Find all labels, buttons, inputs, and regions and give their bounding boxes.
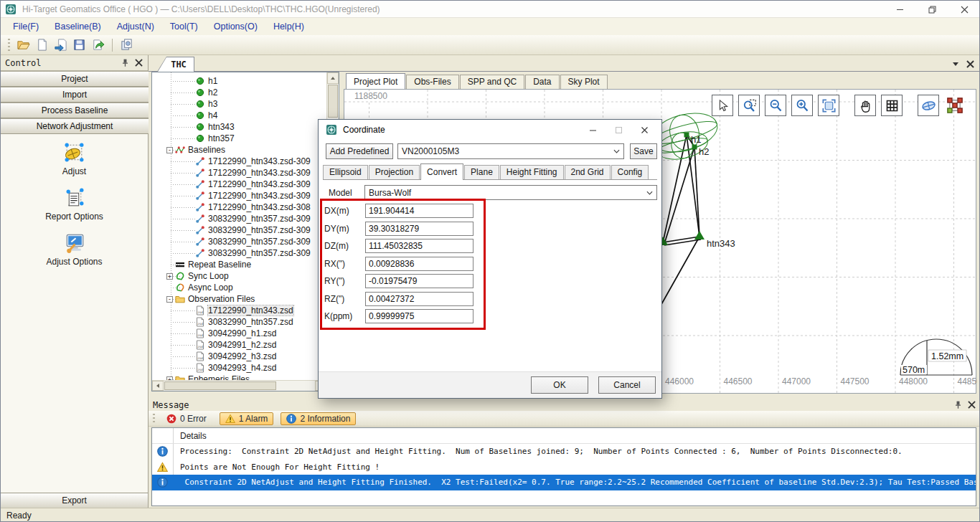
tree-item[interactable]: zsd 30942993_h4.zsd xyxy=(152,362,326,374)
tree-item[interactable]: Async Loop xyxy=(152,282,326,293)
control-section-button[interactable]: Process Baseline xyxy=(1,103,149,118)
plot-tab[interactable]: Obs-Files xyxy=(406,75,458,89)
parameter-input[interactable] xyxy=(365,222,473,236)
menu-item[interactable]: Tool(T) xyxy=(162,18,206,35)
tree-item[interactable]: zsd 17122990_htn343.zsd xyxy=(152,305,326,316)
dialog-tab[interactable]: 2nd Grid xyxy=(565,165,611,179)
toolbar-button[interactable] xyxy=(33,37,50,54)
dialog-tab[interactable]: Plane xyxy=(464,165,499,179)
message-filter-toggle[interactable]: 1 Alarm xyxy=(220,412,274,425)
plot-tool-button[interactable] xyxy=(918,95,939,116)
dialog-tab[interactable]: Convert xyxy=(420,163,463,180)
export-section-button[interactable]: Export xyxy=(1,493,148,508)
message-row[interactable]: Processing: Constraint 2D NetAdjust and … xyxy=(152,444,976,460)
message-row[interactable]: Constraint 2D NetAdjust and Height Fitti… xyxy=(152,475,976,490)
close-icon[interactable] xyxy=(967,400,976,409)
plot-tool-button[interactable] xyxy=(765,95,786,116)
tree-item[interactable]: 17122990_htn343.zsd-309 xyxy=(152,190,326,201)
restore-button[interactable] xyxy=(916,1,948,18)
tree-expander[interactable]: - xyxy=(166,147,173,153)
menu-item[interactable]: Options(O) xyxy=(206,18,265,35)
plot-tab[interactable]: Sky Plot xyxy=(560,75,608,89)
plot-tool-button[interactable] xyxy=(854,95,876,116)
plot-tab[interactable]: Project Plot xyxy=(346,73,405,89)
tree-item[interactable]: h3 xyxy=(152,98,326,110)
tree-item[interactable]: Repeat Baseline xyxy=(152,259,326,270)
tree-item[interactable]: 30832990_htn357.zsd-309 xyxy=(152,213,326,224)
dialog-tab[interactable]: Height Fitting xyxy=(500,165,564,179)
tree-item[interactable]: h2 xyxy=(152,87,326,98)
tree-item[interactable]: + Sync Loop xyxy=(152,270,326,282)
control-tool-button[interactable]: Adjust Options xyxy=(1,231,148,267)
tree-item[interactable]: 17122990_htn343.zsd-308 xyxy=(152,201,326,213)
close-icon[interactable] xyxy=(134,58,143,67)
tree-item[interactable]: zsd 30942991_h2.zsd xyxy=(152,339,326,351)
plot-tool-button[interactable] xyxy=(738,95,760,116)
toolbar-button[interactable] xyxy=(89,37,106,54)
ok-button[interactable]: OK xyxy=(531,376,588,394)
menu-item[interactable]: Adjust(N) xyxy=(109,18,162,35)
tree-expander[interactable]: + xyxy=(166,273,173,280)
control-tool-button[interactable]: Report Options xyxy=(1,186,148,222)
toolbar-button[interactable] xyxy=(70,37,88,54)
message-filter-toggle[interactable]: 2 Information xyxy=(281,412,356,425)
tree-item[interactable]: zsd 30942992_h3.zsd xyxy=(152,351,326,362)
tree-item[interactable]: 17122990_htn343.zsd-309 xyxy=(152,179,326,190)
plot-tool-button[interactable] xyxy=(712,95,733,116)
plot-tool-button[interactable] xyxy=(881,95,903,116)
cancel-button[interactable]: Cancel xyxy=(598,376,656,394)
dialog-tab[interactable]: Ellipsoid xyxy=(323,165,368,179)
tree-item[interactable]: + Ephemeris Files xyxy=(152,374,326,380)
tree-item[interactable]: 30832990_htn357.zsd-309 xyxy=(152,247,326,259)
tree-expander[interactable]: - xyxy=(166,296,173,303)
tree-expander[interactable]: + xyxy=(166,376,173,381)
tree-item[interactable]: 30832990_htn357.zsd-309 xyxy=(152,224,326,236)
parameter-input[interactable] xyxy=(365,239,473,253)
dialog-tab[interactable]: Projection xyxy=(369,165,420,179)
model-combobox[interactable]: Bursa-Wolf xyxy=(364,185,657,200)
tree-item[interactable]: h1 xyxy=(152,75,326,87)
add-predefined-button[interactable]: Add Predefined xyxy=(326,143,393,159)
plot-tool-button[interactable] xyxy=(944,95,966,116)
tree-item[interactable]: - Baselines xyxy=(152,144,326,156)
parameter-input[interactable] xyxy=(365,204,473,218)
pin-icon[interactable] xyxy=(121,58,130,67)
plot-tool-button[interactable] xyxy=(818,95,839,116)
dialog-tab[interactable]: Config xyxy=(611,165,649,179)
tab-list-dropdown-icon[interactable] xyxy=(953,62,958,66)
close-document-icon[interactable] xyxy=(966,60,975,69)
control-section-button[interactable]: Import xyxy=(1,87,149,103)
plot-tool-button[interactable] xyxy=(791,95,813,116)
plot-tab[interactable]: Data xyxy=(525,75,559,89)
tree-item[interactable]: htn357 xyxy=(152,133,326,144)
control-section-button[interactable]: Project xyxy=(1,71,149,87)
predefined-system-combobox[interactable]: VN2000105M3 xyxy=(397,143,624,159)
message-filter-toggle[interactable]: 0 Error xyxy=(161,412,212,425)
tree-item[interactable]: zsd 30832990_htn357.zsd xyxy=(152,316,326,328)
dialog-title-bar[interactable]: Coordinate xyxy=(319,120,661,140)
parameter-input[interactable] xyxy=(365,257,473,271)
save-button[interactable]: Save xyxy=(630,143,657,159)
parameter-input[interactable] xyxy=(365,292,473,306)
toolbar-button[interactable] xyxy=(52,37,69,54)
close-button[interactable] xyxy=(948,1,980,18)
tree-horizontal-scrollbar[interactable] xyxy=(152,380,326,391)
tree-item[interactable]: - Observation Files xyxy=(152,293,326,305)
dialog-minimize-button[interactable] xyxy=(580,120,606,140)
message-row[interactable]: Points are Not Enough For Height Fitting… xyxy=(152,460,976,475)
plot-tab[interactable]: SPP and QC xyxy=(460,75,524,89)
tree-item[interactable]: 17122990_htn343.zsd-309 xyxy=(152,156,326,167)
pin-icon[interactable] xyxy=(953,400,963,409)
parameter-input[interactable] xyxy=(365,274,473,288)
tree-item[interactable]: zsd 30942990_h1.zsd xyxy=(152,328,326,339)
minimize-button[interactable] xyxy=(884,1,916,18)
toolbar-button[interactable] xyxy=(14,37,32,54)
control-tool-button[interactable]: Adjust xyxy=(1,141,148,176)
tree-item[interactable]: h4 xyxy=(152,110,326,121)
menu-item[interactable]: File(F) xyxy=(5,18,47,35)
menu-item[interactable]: Baseline(B) xyxy=(47,18,109,35)
dialog-close-button[interactable] xyxy=(631,120,657,140)
tree-item[interactable]: htn343 xyxy=(152,121,326,133)
parameter-input[interactable] xyxy=(365,309,473,323)
control-section-button[interactable]: Network Adjustment xyxy=(1,118,149,134)
